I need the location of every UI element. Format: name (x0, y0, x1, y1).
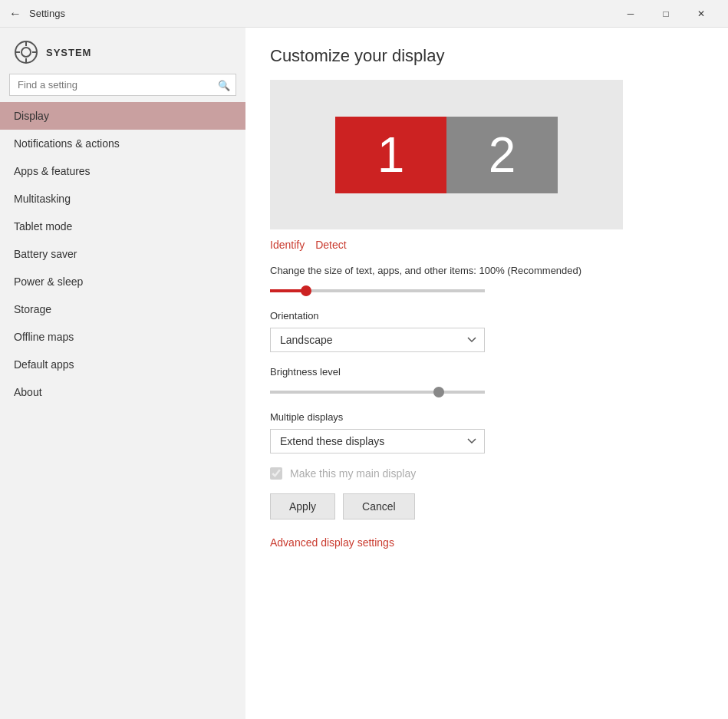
brightness-slider[interactable] (270, 391, 485, 394)
brightness-container: Brightness level (270, 366, 703, 396)
sidebar-item-display[interactable]: Display (0, 102, 245, 130)
page-title: Customize your display (270, 46, 703, 66)
monitor-2[interactable]: 2 (446, 117, 558, 193)
maximize-button[interactable]: □ (648, 0, 684, 28)
system-title: SYSTEM (46, 47, 91, 58)
monitor-1[interactable]: 1 (335, 117, 446, 193)
sidebar-item-notifications[interactable]: Notifications & actions (0, 130, 245, 157)
make-main-row: Make this my main display (270, 467, 703, 480)
sidebar-item-multitasking[interactable]: Multitasking (0, 185, 245, 213)
sidebar-search-container: 🔍 (9, 74, 236, 96)
sidebar-item-apps[interactable]: Apps & features (0, 157, 245, 185)
system-icon (14, 40, 38, 64)
sidebar-header: SYSTEM (0, 28, 245, 74)
sidebar: SYSTEM 🔍 Display Notifications & actions… (0, 28, 245, 719)
scaling-label: Change the size of text, apps, and other… (270, 265, 703, 276)
minimize-button[interactable]: ─ (613, 0, 648, 28)
sidebar-item-about[interactable]: About (0, 378, 245, 406)
search-input[interactable] (9, 74, 236, 96)
detect-link[interactable]: Detect (315, 239, 346, 251)
back-button[interactable]: ← (9, 7, 21, 21)
display-preview: 1 2 (270, 80, 623, 229)
sidebar-item-offline[interactable]: Offline maps (0, 323, 245, 351)
buttons-row: Apply Cancel (270, 493, 703, 519)
sidebar-item-power[interactable]: Power & sleep (0, 268, 245, 295)
orientation-label: Orientation (270, 310, 703, 322)
make-main-checkbox[interactable] (270, 467, 282, 480)
sidebar-item-tablet[interactable]: Tablet mode (0, 213, 245, 240)
title-bar-title: Settings (29, 8, 65, 19)
identify-link[interactable]: Identify (270, 239, 305, 251)
close-button[interactable]: ✕ (684, 0, 719, 28)
multiple-displays-container: Multiple displays Extend these displays … (270, 411, 703, 453)
make-main-label: Make this my main display (290, 467, 416, 480)
sidebar-item-storage[interactable]: Storage (0, 295, 245, 323)
apply-button[interactable]: Apply (270, 493, 335, 519)
sidebar-item-default[interactable]: Default apps (0, 351, 245, 378)
scaling-container: Change the size of text, apps, and other… (270, 265, 703, 295)
title-bar: ← Settings ─ □ ✕ (0, 0, 728, 28)
svg-point-1 (21, 48, 31, 57)
scaling-slider[interactable] (270, 289, 485, 292)
display-links: Identify Detect (270, 239, 703, 251)
multiple-displays-select[interactable]: Extend these displays Duplicate these di… (270, 429, 485, 453)
search-icon: 🔍 (218, 79, 230, 91)
multiple-displays-label: Multiple displays (270, 411, 703, 423)
sidebar-item-battery[interactable]: Battery saver (0, 240, 245, 268)
cancel-button[interactable]: Cancel (343, 493, 415, 519)
orientation-container: Orientation Landscape Portrait Landscape… (270, 310, 703, 352)
brightness-label: Brightness level (270, 366, 703, 378)
orientation-select[interactable]: Landscape Portrait Landscape (flipped) P… (270, 328, 485, 352)
advanced-display-link[interactable]: Advanced display settings (270, 536, 394, 549)
main-content: Customize your display 1 2 Identify Dete… (245, 28, 728, 719)
window-controls: ─ □ ✕ (613, 0, 719, 28)
app-container: SYSTEM 🔍 Display Notifications & actions… (0, 28, 728, 719)
